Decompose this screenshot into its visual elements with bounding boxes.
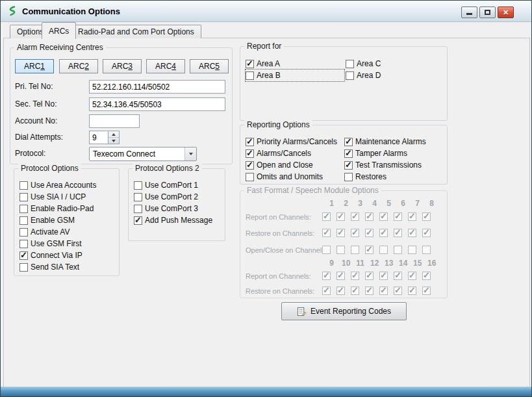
arc-4-button[interactable]: ARC 4 xyxy=(146,59,185,73)
group-label: Reporting Options xyxy=(244,120,312,129)
protocol-options-group: Protocol Options Use Area Accounts Use S… xyxy=(14,168,120,276)
checkbox-box xyxy=(246,138,254,146)
tab-arcs[interactable]: ARCs xyxy=(42,22,76,39)
checkbox-label: Use ComPort 2 xyxy=(145,192,198,201)
stepper-up-button[interactable] xyxy=(108,131,119,138)
checkbox-use-comport-1[interactable]: Use ComPort 1 xyxy=(134,179,212,191)
checkbox-label: Area D xyxy=(357,71,381,80)
checkbox-box xyxy=(19,263,28,272)
channel-number: 1 xyxy=(327,199,336,208)
checkbox-connect-via-ip[interactable]: Connect Via IP xyxy=(19,250,96,261)
checkbox-priority-alarms-cancels[interactable]: Priority Alarms/Cancels xyxy=(246,136,337,147)
checkbox-label: Alarms/Cancels xyxy=(257,149,311,158)
checkbox-send-sia-text[interactable]: Send SIA Text xyxy=(19,261,96,273)
checkbox-add-push-message[interactable]: Add Push Message xyxy=(134,214,212,226)
channel-checkbox xyxy=(365,212,374,221)
checkbox-use-comport-3[interactable]: Use ComPort 3 xyxy=(134,203,212,214)
channel-number: 7 xyxy=(413,199,422,208)
channel-checkbox xyxy=(379,287,388,295)
channel-checkbox xyxy=(351,272,359,280)
arc-1-button[interactable]: ARC 1 xyxy=(15,59,54,73)
channel-checkbox xyxy=(336,246,345,254)
checkbox-tamper-alarms[interactable]: Tamper Alarms xyxy=(344,147,426,159)
checkbox-box xyxy=(134,181,142,190)
checkbox-test-transmissions[interactable]: Test Transmissions xyxy=(344,159,426,171)
channel-checkbox xyxy=(351,229,359,237)
sec-tel-input[interactable] xyxy=(89,97,225,111)
maximize-button[interactable] xyxy=(479,6,496,18)
event-reporting-codes-icon xyxy=(297,307,307,316)
account-input[interactable] xyxy=(89,114,140,128)
checkbox-label: Open and Close xyxy=(257,160,313,170)
channel-checkbox xyxy=(422,229,431,237)
arc-number: 4 xyxy=(171,62,176,71)
arc-5-button[interactable]: ARC 5 xyxy=(190,59,229,73)
open-close-on-channels-row: Open/Close on Channels: xyxy=(246,246,442,256)
row-label: Report on Channels: xyxy=(246,213,311,221)
arc-number: 1 xyxy=(40,62,45,71)
arc-number: 3 xyxy=(128,62,133,71)
checkbox-enable-radio-pad[interactable]: Enable Radio-Pad xyxy=(19,203,96,214)
checkbox-alarms-cancels[interactable]: Alarms/Cancels xyxy=(246,147,337,159)
checkbox-use-comport-2[interactable]: Use ComPort 2 xyxy=(134,191,212,203)
channel-checkbox xyxy=(351,287,359,295)
dial-attempts-stepper xyxy=(108,131,120,144)
channel-checkbox xyxy=(322,229,331,237)
checkbox-label: Omits and Unomits xyxy=(257,172,323,181)
tab-radio-pad[interactable]: Radio-Pad and Com Port Options xyxy=(71,25,201,38)
channel-number: 6 xyxy=(399,199,407,208)
restore-on-channels-1-8-row: Restore on Channels: xyxy=(246,229,442,239)
checkbox-activate-av[interactable]: Activate AV xyxy=(19,226,96,238)
window-title: Communication Options xyxy=(22,1,120,21)
checkbox-box xyxy=(344,149,353,158)
dial-attempts-input[interactable] xyxy=(89,131,108,144)
channel-checkbox xyxy=(322,272,331,280)
checkbox-enable-gsm[interactable]: Enable GSM xyxy=(19,214,96,226)
channel-checkbox xyxy=(408,229,416,237)
app-icon xyxy=(7,6,18,16)
channel-number: 12 xyxy=(370,259,379,268)
stepper-down-button[interactable] xyxy=(108,138,119,144)
channel-number: 9 xyxy=(327,259,336,268)
checkbox-label: Enable GSM xyxy=(31,216,75,225)
close-button[interactable]: ✕ xyxy=(498,6,514,18)
checkbox-area-a[interactable]: Area A xyxy=(246,58,344,70)
fast-format-group: Fast Format / Speech Module Options 1234… xyxy=(240,190,448,298)
protocol-label: Protocol: xyxy=(15,147,45,160)
channel-checkbox xyxy=(408,246,416,254)
checkbox-use-sia-ucp[interactable]: Use SIA I / UCP xyxy=(19,191,96,203)
event-reporting-codes-button[interactable]: Event Reporting Codes xyxy=(281,302,407,320)
checkbox-box xyxy=(246,149,254,158)
channel-checkbox xyxy=(394,212,402,221)
checkbox-box xyxy=(346,60,354,68)
arc-label: ARC xyxy=(155,62,171,71)
report-on-channels-1-8-row: Report on Channels: xyxy=(246,212,442,223)
checkbox-maintenance-alarms[interactable]: Maintenance Alarms xyxy=(344,136,426,147)
minimize-button[interactable] xyxy=(461,6,477,18)
checkbox-box xyxy=(246,173,254,181)
checkbox-restores[interactable]: Restores xyxy=(344,171,426,183)
channel-checkbox xyxy=(379,229,388,237)
checkbox-box xyxy=(19,216,28,225)
communication-options-dialog: Communication Options ✕ Options ARCs Rad… xyxy=(0,0,532,397)
channel-checkbox xyxy=(365,272,374,280)
checkbox-open-and-close[interactable]: Open and Close xyxy=(246,159,337,171)
channel-checkbox xyxy=(322,287,331,295)
protocol-select[interactable]: Texecom Connect xyxy=(89,147,197,161)
checkbox-use-area-accounts[interactable]: Use Area Accounts xyxy=(19,179,96,191)
arc-label: ARC xyxy=(199,62,215,71)
arc-2-button[interactable]: ARC 2 xyxy=(59,59,98,73)
checkbox-use-gsm-first[interactable]: Use GSM First xyxy=(19,238,96,250)
channel-checkbox xyxy=(394,272,402,280)
arc-number: 2 xyxy=(84,62,89,71)
channel-checkbox xyxy=(336,212,345,221)
checkbox-label: Send SIA Text xyxy=(31,263,79,272)
checkbox-area-c[interactable]: Area C xyxy=(346,58,381,70)
group-label: Alarm Receiving Centres xyxy=(14,43,106,52)
pri-tel-input[interactable] xyxy=(89,80,225,94)
channel-checkbox xyxy=(336,229,345,237)
checkbox-omits-and-unomits[interactable]: Omits and Unomits xyxy=(246,171,337,183)
checkbox-area-d[interactable]: Area D xyxy=(346,70,381,81)
checkbox-area-b[interactable]: Area B xyxy=(246,70,344,81)
arc-3-button[interactable]: ARC 3 xyxy=(103,59,142,73)
